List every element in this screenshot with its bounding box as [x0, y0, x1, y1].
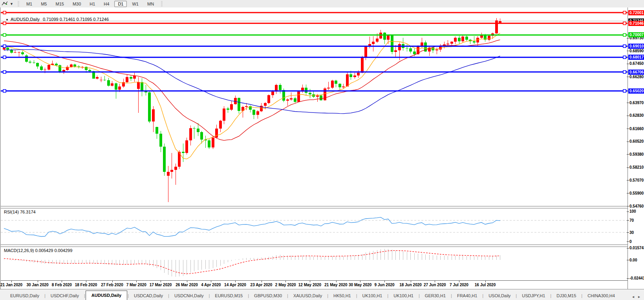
price-tick-label: 0.60520 [629, 139, 644, 144]
tab-scroll-right-icon[interactable]: ▸ [638, 294, 640, 299]
timeframe-button-m1[interactable]: M1 [23, 1, 36, 7]
date-label: 7 Jul 2020 [450, 283, 468, 287]
date-tick [11, 281, 12, 282]
date-label: 9 Jun 2020 [374, 283, 394, 287]
price-level-badge: 0.69010 [628, 44, 644, 49]
scale-tick-dash [627, 51, 629, 51]
rsi-title: RSI(14) 76.3174 [4, 210, 36, 214]
date-tick [161, 281, 161, 282]
date-label: 26 Mar 2020 [176, 283, 198, 287]
chart-tab-uk100-h1[interactable]: UK100,H1 [358, 291, 387, 300]
timeframe-button-h4[interactable]: H4 [100, 1, 113, 7]
price-tick-label: 0.62830 [629, 113, 644, 118]
date-label: 30 May 2020 [349, 283, 371, 287]
date-tick [112, 281, 113, 282]
timeframe-button-mn[interactable]: MN [144, 1, 157, 7]
rsi-scale-label: 0 [629, 239, 632, 244]
macd-scale-label: -0.024412 [629, 276, 644, 281]
scale-tick-dash [627, 64, 629, 64]
chart-tab-eurusd-daily[interactable]: EURUSD,Daily [5, 291, 44, 300]
horizontal-levels [1, 11, 628, 92]
price-level-badge: 0.71046 [628, 21, 644, 26]
chevron-down-icon[interactable]: ▼ [10, 2, 13, 6]
chart-tab-audusd-daily[interactable]: AUDUSD,Daily [86, 291, 127, 300]
scale-tick-dash [627, 212, 629, 212]
chart-tab-hk50-h1[interactable]: HK50,H1 [329, 291, 356, 300]
chart-tab-usoil-daily[interactable]: USOil,Daily [484, 291, 515, 300]
price-tick-label: 0.61660 [629, 126, 644, 131]
scale-tick-dash [627, 154, 629, 155]
ma-21-line [4, 40, 500, 140]
date-tick [285, 281, 286, 282]
date-label: 4 Apr 2020 [201, 283, 221, 287]
drawing-tools-icon[interactable] [2, 1, 9, 7]
date-label: 2 May 2020 [275, 283, 296, 287]
macd-scale-label: 0.00 [629, 258, 637, 263]
rsi-pane-canvas[interactable] [1, 208, 628, 245]
chart-tab-usdchf-daily[interactable]: USDCHF,Daily [46, 291, 84, 300]
chart-tab-usdcad-daily[interactable]: USDCAD,Daily [129, 291, 168, 300]
drawing-tool-group[interactable]: ▼ [0, 1, 15, 7]
scale-tick-dash [627, 220, 629, 221]
rsi-value: 76.3174 [20, 210, 36, 214]
price-tick-label: 0.54760 [629, 204, 644, 209]
title-marker-icon: ▼ [5, 18, 9, 22]
tab-scroll-arrows: ◂ ▸ [630, 294, 644, 300]
macd-pane-canvas[interactable] [1, 247, 628, 280]
scale-tick-dash [627, 241, 629, 242]
scale-tick-dash [627, 38, 629, 39]
chart-tabs: EURUSD,Daily|USDCHF,Daily|AUDUSD,Daily|U… [0, 289, 630, 300]
tab-scroll-left-icon[interactable]: ◂ [632, 294, 634, 299]
scale-tick-dash [627, 116, 629, 116]
timeframe-button-d1[interactable]: D1 [114, 1, 127, 7]
chart-tab-dj30-m15[interactable]: DJ30,M15 [552, 291, 581, 300]
price-tick-label: 0.55900 [629, 191, 644, 196]
price-tick-label: 0.63970 [629, 100, 644, 105]
rsi-scale-label: 100 [629, 209, 636, 214]
chart-tab-eurusd-m15[interactable]: EURUSD,M15 [210, 291, 247, 300]
date-axis[interactable]: 21 Jan 202030 Jan 20208 Feb 202018 Feb 2… [1, 280, 628, 289]
scale-tick-dash [627, 260, 629, 260]
timeframe-button-m30[interactable]: M30 [69, 1, 84, 7]
timeframe-button-m5[interactable]: M5 [37, 1, 50, 7]
macd-label: MACD(12,26,9) [4, 248, 34, 253]
date-label: 7 Mar 2020 [126, 283, 146, 287]
date-tick [38, 281, 38, 282]
price-scale[interactable]: 0.697300.685900.674500.662800.639700.628… [628, 7, 644, 289]
date-label: 18 Feb 2020 [75, 283, 97, 287]
chart-tab-fra40-h1[interactable]: FRA40,H1 [452, 291, 482, 300]
chart-tab-usdjpy-h1[interactable]: USDJPY,H1 [517, 291, 550, 300]
scale-tick-dash [627, 129, 629, 129]
rsi-label: RSI(14) [4, 210, 19, 214]
scale-tick-dash [627, 180, 629, 180]
main-chart-canvas[interactable] [1, 7, 628, 206]
chart-tab-usdcnh-daily[interactable]: USDCNH,Daily [170, 291, 209, 300]
scale-tick-dash [627, 206, 629, 206]
timeframe-button-m15[interactable]: M15 [52, 1, 67, 7]
toolbar-grip[interactable] [18, 1, 19, 6]
chart-tab-bar: EURUSD,Daily|USDCHF,Daily|AUDUSD,Daily|U… [0, 289, 644, 300]
date-tick [187, 281, 187, 282]
chart-symbol-period: AUDUSD,Daily [11, 17, 40, 22]
chart-tab-uk100-h1[interactable]: UK100,H1 [389, 291, 418, 300]
chart-tab-xauusd-daily[interactable]: XAUUSD,Daily [289, 291, 327, 300]
date-label: 27 Jun 2020 [424, 283, 446, 287]
toolbar: ▼ M1M5M15M30H1H4D1W1MN [0, 0, 644, 8]
date-tick [411, 281, 411, 282]
chart-tab-ger30-h1[interactable]: GER30,H1 [420, 291, 450, 300]
date-tick [136, 281, 137, 282]
date-label: 30 Jan 2020 [26, 283, 48, 287]
chart-tab-china300-h4[interactable]: CHINA300,H4 [583, 291, 620, 300]
scale-tick-dash [627, 77, 629, 77]
scale-tick-dash [627, 232, 629, 233]
rsi-scale-label: 70 [629, 218, 634, 223]
timeframe-button-w1[interactable]: W1 [128, 1, 142, 7]
date-label: 23 Apr 2020 [251, 283, 273, 287]
date-tick [459, 281, 459, 282]
chart-tab-gbpusd-m30[interactable]: GBPUSD,M30 [249, 291, 287, 300]
toolbar-grip-2[interactable] [161, 1, 163, 6]
date-label: 17 Mar 2020 [150, 283, 172, 287]
macd-scale-label: 0.015741 [629, 245, 644, 250]
timeframe-button-h1[interactable]: H1 [86, 1, 99, 7]
date-label: 21 Jan 2020 [0, 283, 22, 287]
